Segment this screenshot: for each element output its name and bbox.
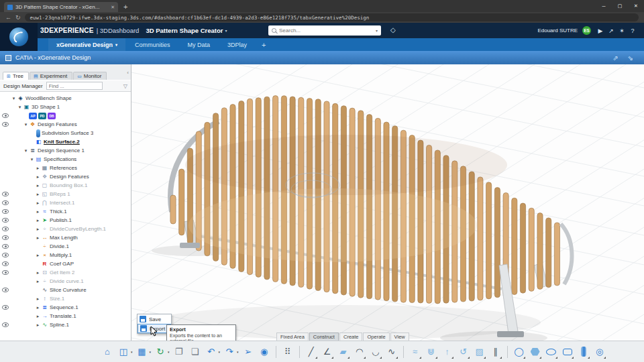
expand-arrow-icon[interactable]: ▸: [35, 322, 41, 328]
visibility-eye-icon[interactable]: [2, 261, 9, 266]
visibility-eye-icon[interactable]: [2, 192, 9, 196]
mode-tab-fixed-area[interactable]: Fixed Area: [276, 333, 309, 341]
expand-arrow-icon[interactable]: ▸: [35, 227, 41, 232]
dashboard-title[interactable]: 3D Pattern Shape Creator: [146, 27, 223, 34]
sweep-icon[interactable]: ≈: [409, 345, 422, 359]
plane-icon[interactable]: ▰: [337, 345, 350, 359]
exchange-icon[interactable]: ➢: [241, 345, 255, 359]
visibility-eye-icon[interactable]: [2, 122, 9, 127]
tree-row[interactable]: ▸⊡Get Item 2: [0, 268, 131, 277]
tree-row[interactable]: ▸÷Divide curve.1: [0, 277, 131, 286]
tree-row[interactable]: ▸➤Publish.1: [0, 216, 131, 225]
feed-icon[interactable]: ◉: [258, 345, 271, 359]
undo-icon[interactable]: ↶: [205, 345, 218, 359]
representation-badge-icon[interactable]: DB: [48, 113, 56, 119]
tree-row[interactable]: Subdivision Surface 3: [0, 129, 131, 137]
tree-row[interactable]: ▸≈Thick.1: [0, 207, 131, 216]
tree-row[interactable]: ÷Divide.1: [0, 242, 131, 251]
tab-close-icon[interactable]: ✕: [111, 5, 115, 10]
expand-arrow-icon[interactable]: ▸: [35, 296, 41, 302]
chevron-down-icon[interactable]: ▾: [225, 28, 227, 33]
tree-row[interactable]: ▸≣Sequence.1: [0, 303, 131, 312]
expand-arrow-icon[interactable]: ▸: [35, 314, 41, 319]
offset-icon[interactable]: ∥: [489, 345, 502, 359]
visibility-eye-icon[interactable]: [2, 227, 9, 231]
tab-xgenerative-design[interactable]: xGenerative Design ▾: [48, 38, 125, 51]
tree-row[interactable]: ▾❖Design Features: [0, 120, 131, 129]
view-mode-icon[interactable]: ◫: [117, 345, 130, 359]
tree-row[interactable]: ▸▦References: [0, 164, 131, 172]
visibility-eye-icon[interactable]: [2, 305, 9, 310]
window-close-button[interactable]: ✕: [628, 0, 644, 12]
share-icon[interactable]: ↗: [606, 27, 616, 34]
expand-arrow-icon[interactable]: ▸: [35, 166, 41, 171]
update-icon-flyout-caret[interactable]: ▾: [168, 350, 170, 354]
tree-row[interactable]: ▸→Translate.1: [0, 312, 131, 320]
representation-badge-icon[interactable]: PD: [38, 113, 46, 119]
copy-icon[interactable]: ❐: [172, 345, 186, 359]
screw-icon[interactable]: [577, 345, 590, 359]
play-icon[interactable]: ▶: [596, 27, 605, 34]
fill-icon[interactable]: ▨: [473, 345, 486, 359]
visibility-eye-icon[interactable]: [2, 113, 9, 118]
tab-monitor[interactable]: ▭ Monitor: [73, 72, 107, 80]
tree-row[interactable]: ▸⋂Intersect.1: [0, 198, 131, 207]
expand-arrow-icon[interactable]: ▸: [35, 270, 41, 276]
expand-arrow-icon[interactable]: ▸: [35, 209, 41, 215]
tab-communities[interactable]: Communities: [127, 38, 178, 51]
tree-row[interactable]: ▾◈WoodBench Shape: [0, 94, 131, 103]
expand-arrow-icon[interactable]: ▸: [35, 183, 41, 188]
tree-row[interactable]: ▸∿Spline.1: [0, 320, 131, 329]
visibility-eye-icon[interactable]: [2, 244, 9, 249]
expand-arrow-icon[interactable]: ▸: [35, 279, 41, 284]
expand-arrow-icon[interactable]: ▸: [35, 218, 41, 223]
undo-icon-flyout-caret[interactable]: ▾: [219, 350, 221, 354]
3d-viewport[interactable]: Fixed AreaConstructCreateOperateView Sav…: [131, 64, 644, 341]
expand-arrow-icon[interactable]: ▸: [35, 200, 41, 206]
tree-row[interactable]: ▾▤Specifications: [0, 155, 131, 164]
expand-arrow-icon[interactable]: ▾: [23, 148, 29, 154]
tab-my-data[interactable]: My Data: [180, 38, 219, 51]
tag-icon[interactable]: ◇: [390, 26, 396, 34]
expand-arrow-icon[interactable]: ▾: [23, 122, 29, 127]
expand-arrow-icon[interactable]: ▸: [35, 305, 41, 310]
filter-icon[interactable]: ▽: [123, 83, 127, 89]
tree-row[interactable]: ◧Knit Surface.2: [0, 137, 131, 146]
mode-tab-operate[interactable]: Operate: [363, 333, 389, 341]
search-input[interactable]: [279, 27, 373, 34]
refresh-icon[interactable]: ↻: [15, 14, 21, 21]
circle-icon[interactable]: ◯: [513, 345, 526, 359]
line-icon[interactable]: ╱: [305, 345, 318, 359]
visibility-eye-icon[interactable]: [2, 235, 9, 240]
save-icon[interactable]: ▦: [136, 345, 149, 359]
loft-icon[interactable]: ⋓: [425, 345, 438, 359]
save-icon-flyout-caret[interactable]: ▾: [150, 350, 152, 354]
address-field[interactable]: euw1-23qna10729-ifwe.3dx-staging.3ds.com…: [25, 13, 639, 21]
visibility-eye-icon[interactable]: [2, 322, 9, 327]
ellipse-icon[interactable]: [545, 345, 558, 359]
global-search[interactable]: ▾: [268, 25, 381, 36]
tab-tree[interactable]: ⊞ Tree: [3, 72, 29, 80]
tree-row[interactable]: ▸÷DivideCurveByLength.1: [0, 225, 131, 233]
tab-3dplay[interactable]: 3DPlay: [219, 38, 255, 51]
visibility-eye-icon[interactable]: [2, 253, 9, 257]
tree-row[interactable]: ▸↕Size.1: [0, 294, 131, 303]
mode-tab-construct[interactable]: Construct: [309, 333, 339, 341]
help-icon[interactable]: ?: [628, 27, 637, 34]
find-input[interactable]: [46, 82, 103, 90]
tree-row[interactable]: ▾▣3D Shape 1: [0, 103, 131, 111]
redo-icon-flyout-caret[interactable]: ▾: [237, 350, 239, 354]
hexagon-icon[interactable]: [529, 345, 542, 359]
visibility-eye-icon[interactable]: [2, 200, 9, 205]
panel-collapse-icon[interactable]: ‹: [127, 70, 129, 76]
window-minimize-button[interactable]: ─: [596, 0, 612, 12]
view-mode-icon-flyout-caret[interactable]: ▾: [131, 350, 133, 354]
expand-arrow-icon[interactable]: ▾: [17, 105, 23, 110]
tree-row[interactable]: ▸❖Design Features: [0, 172, 131, 181]
tree-row-badges[interactable]: APPDDB: [0, 111, 131, 120]
tree-row[interactable]: ▸×Multiply.1: [0, 251, 131, 259]
paste-icon[interactable]: ❏: [189, 345, 202, 359]
expand-arrow-icon[interactable]: ▸: [35, 192, 41, 197]
rounded-rect-icon[interactable]: [561, 345, 574, 359]
logo-block[interactable]: [0, 23, 38, 51]
